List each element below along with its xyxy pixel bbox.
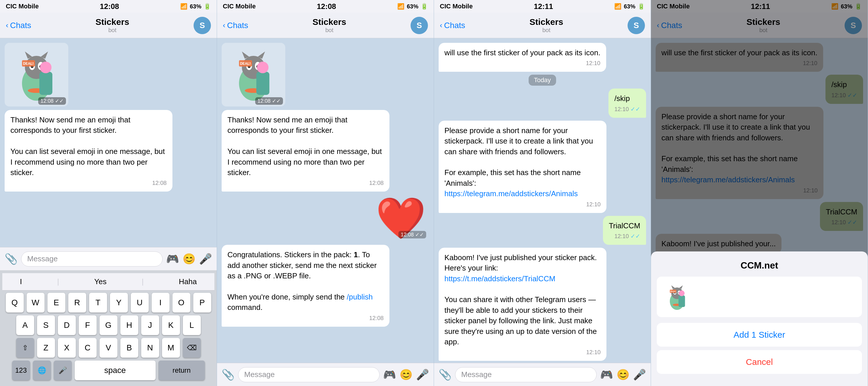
svg-text:DEAL!: DEAL!: [240, 62, 251, 66]
msg-row-trialccm: TrialCCM 12:10: [439, 216, 646, 245]
svg-point-25: [257, 62, 269, 73]
key-s[interactable]: S: [37, 316, 55, 335]
back-button-2[interactable]: ‹ Chats: [223, 21, 248, 30]
key-e[interactable]: E: [48, 293, 65, 313]
chat-area-2: DEAL! 12:08 ✓✓ Thanks! Now send me an em…: [217, 38, 434, 363]
key-w[interactable]: W: [27, 293, 44, 313]
mic-icon-1[interactable]: 🎤: [199, 253, 212, 265]
mic-icon-2[interactable]: 🎤: [416, 369, 429, 381]
svg-point-38: [679, 291, 685, 296]
key-backspace[interactable]: ⌫: [183, 338, 201, 358]
message-input-3[interactable]: Message: [455, 367, 597, 382]
avatar-3[interactable]: S: [627, 17, 645, 34]
publish-link[interactable]: /publish: [347, 293, 373, 301]
modal-overlay[interactable]: CCM.net DEAL!: [651, 0, 868, 386]
key-y[interactable]: Y: [110, 293, 128, 313]
msg-row-3a: will use the first sticker of your pack …: [439, 43, 646, 72]
key-i[interactable]: I: [152, 293, 169, 313]
key-123[interactable]: 123: [12, 360, 30, 380]
key-m[interactable]: M: [162, 338, 180, 358]
key-z[interactable]: Z: [37, 338, 55, 358]
sticker-icon-1[interactable]: 🎮: [166, 253, 179, 265]
time-3: 12:11: [534, 2, 553, 11]
status-icons-1: 📶 63% 🔋: [180, 3, 211, 10]
modal-sticker-image: DEAL!: [662, 283, 691, 311]
chat-area-3: will use the first sticker of your pack …: [434, 38, 651, 363]
key-space[interactable]: space: [75, 360, 156, 380]
message-input-1[interactable]: Message: [21, 251, 163, 267]
carrier-3: CIC Mobile: [440, 3, 473, 10]
avatar-1[interactable]: S: [193, 17, 211, 34]
key-q[interactable]: Q: [6, 293, 24, 313]
attach-icon-3[interactable]: 📎: [439, 369, 452, 381]
key-j[interactable]: J: [141, 316, 159, 335]
back-label-2[interactable]: Chats: [227, 21, 248, 30]
key-mic[interactable]: 🎤: [54, 360, 72, 380]
emoji-icon-1[interactable]: 😊: [183, 253, 195, 265]
mic-icon-3[interactable]: 🎤: [633, 369, 646, 381]
suggestions-1: I | Yes | Haha: [2, 273, 214, 291]
status-bar-1: CIC Mobile 12:08 📶 63% 🔋: [0, 0, 217, 13]
key-d[interactable]: D: [58, 316, 76, 335]
keyboard-row-2: A S D F G H J K L: [2, 316, 214, 335]
trialccm-link[interactable]: https://t.me/addstickers/TrialCCM: [444, 274, 555, 283]
sticker-icon-3[interactable]: 🎮: [600, 369, 613, 381]
suggestion-yes[interactable]: Yes: [94, 277, 106, 286]
svg-text:DEAL!: DEAL!: [23, 62, 34, 66]
carrier-2: CIC Mobile: [223, 3, 256, 10]
input-placeholder-1: Message: [27, 254, 58, 263]
key-h[interactable]: H: [120, 316, 138, 335]
key-l[interactable]: L: [183, 316, 201, 335]
key-globe[interactable]: 🌐: [33, 360, 51, 380]
msg-row-2a: Thanks! Now send me an emoji that corres…: [222, 110, 429, 191]
svg-rect-24: [256, 72, 269, 95]
key-v[interactable]: V: [99, 338, 118, 358]
svg-rect-37: [679, 295, 685, 307]
back-button-1[interactable]: ‹ Chats: [6, 21, 31, 30]
key-r[interactable]: R: [68, 293, 86, 313]
key-t[interactable]: T: [89, 293, 107, 313]
key-g[interactable]: G: [99, 316, 118, 335]
back-label-1[interactable]: Chats: [10, 21, 31, 30]
keyboard-row-1: Q W E R T Y U I O P: [2, 293, 214, 313]
svg-point-12: [40, 62, 52, 73]
key-b[interactable]: B: [120, 338, 138, 358]
key-return[interactable]: return: [159, 360, 205, 380]
key-c[interactable]: C: [79, 338, 97, 358]
key-x[interactable]: X: [58, 338, 76, 358]
sticker-icon-2[interactable]: 🎮: [383, 369, 396, 381]
cancel-button[interactable]: Cancel: [657, 350, 862, 374]
input-bar-3: 📎 Message 🎮 😊 🎤: [434, 363, 651, 386]
key-u[interactable]: U: [131, 293, 149, 313]
emoji-icon-2[interactable]: 😊: [400, 369, 412, 381]
battery-2: 63%: [407, 3, 418, 10]
animals-link-3[interactable]: https://telegram.me/addstickers/Animals: [444, 189, 578, 198]
suggestion-haha[interactable]: Haha: [179, 277, 197, 286]
signal-icon-3: 📶: [614, 3, 621, 10]
attach-icon-2[interactable]: 📎: [222, 369, 235, 381]
avatar-2[interactable]: S: [410, 17, 428, 34]
message-input-2[interactable]: Message: [238, 367, 380, 382]
keyboard-1: I | Yes | Haha Q W E R T Y U I O P A S D…: [0, 270, 217, 386]
key-f[interactable]: F: [79, 316, 97, 335]
battery-icon-1: 📶: [180, 3, 187, 10]
bubble-congrats: Congratulations. Stickers in the pack: 1…: [222, 245, 390, 326]
key-k[interactable]: K: [162, 316, 180, 335]
bubble-time-congrats: 12:08: [227, 314, 384, 322]
msg-row-kaboom: Kaboom! I've just published your sticker…: [439, 248, 646, 361]
suggestion-i[interactable]: I: [20, 277, 22, 286]
attach-icon-1[interactable]: 📎: [5, 253, 18, 265]
key-a[interactable]: A: [16, 316, 34, 335]
key-n[interactable]: N: [141, 338, 159, 358]
key-shift[interactable]: ⇧: [16, 338, 34, 358]
bubble-time-shortname: 12:10: [444, 200, 601, 208]
back-chevron-3: ‹: [440, 21, 442, 30]
back-label-3[interactable]: Chats: [444, 21, 465, 30]
emoji-icon-3[interactable]: 😊: [617, 369, 629, 381]
add-sticker-button[interactable]: Add 1 Sticker: [657, 323, 862, 347]
keyboard-row-4: 123 🌐 🎤 space return: [2, 360, 214, 380]
key-o[interactable]: O: [173, 293, 190, 313]
key-p[interactable]: P: [193, 293, 211, 313]
back-button-3[interactable]: ‹ Chats: [440, 21, 465, 30]
nav-subtitle-2: bot: [248, 27, 410, 34]
